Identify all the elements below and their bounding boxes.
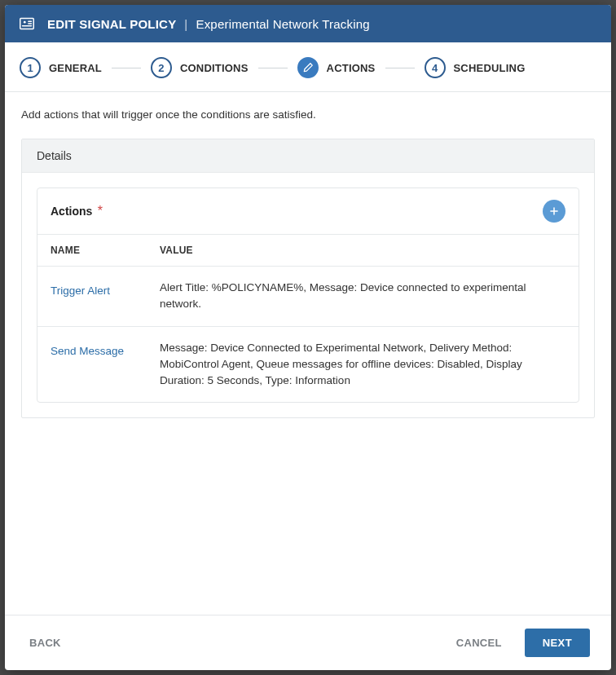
details-section: Details Actions * xyxy=(21,139,595,418)
signal-policy-icon xyxy=(18,15,36,33)
actions-card: Actions * NAME VALUE xyxy=(37,188,579,403)
required-asterisk: * xyxy=(98,204,103,218)
actions-row: Trigger Alert Alert Title: %POLICYNAME%,… xyxy=(37,266,579,326)
step-connector xyxy=(258,68,288,68)
modal-header: EDIT SIGNAL POLICY | Experimental Networ… xyxy=(5,5,611,42)
title-divider: | xyxy=(184,17,187,31)
step-label: CONDITIONS xyxy=(180,62,249,74)
next-button[interactable]: NEXT xyxy=(525,629,590,657)
details-body: Actions * NAME VALUE xyxy=(22,173,594,417)
instruction-text: Add actions that will trigger once the c… xyxy=(21,108,595,121)
action-value: Message: Device Connected to Experimenta… xyxy=(160,327,579,403)
actions-label: Actions xyxy=(51,205,92,218)
col-header-value: VALUE xyxy=(160,235,579,266)
edit-signal-policy-modal: EDIT SIGNAL POLICY | Experimental Networ… xyxy=(5,5,611,670)
step-general[interactable]: 1 GENERAL xyxy=(20,57,102,78)
action-link-send-message[interactable]: Send Message xyxy=(51,345,124,357)
step-label: SCHEDULING xyxy=(454,62,526,74)
modal-body: Add actions that will trigger once the c… xyxy=(5,92,611,615)
col-header-name: NAME xyxy=(37,235,160,266)
step-label: GENERAL xyxy=(49,62,102,74)
modal-title: EDIT SIGNAL POLICY xyxy=(47,17,176,31)
action-link-trigger-alert[interactable]: Trigger Alert xyxy=(51,285,110,297)
step-scheduling[interactable]: 4 SCHEDULING xyxy=(425,57,526,78)
action-value: Alert Title: %POLICYNAME%, Message: Devi… xyxy=(160,267,579,326)
back-button[interactable]: BACK xyxy=(26,630,64,655)
edit-icon xyxy=(297,57,319,78)
step-connector xyxy=(112,68,141,68)
details-header: Details xyxy=(22,139,594,173)
step-actions[interactable]: ACTIONS xyxy=(297,57,376,78)
step-connector xyxy=(385,68,415,68)
step-conditions[interactable]: 2 CONDITIONS xyxy=(151,57,249,78)
add-action-button[interactable] xyxy=(543,200,565,223)
step-number: 4 xyxy=(425,57,446,78)
step-number: 2 xyxy=(151,57,172,78)
modal-footer: BACK CANCEL NEXT xyxy=(5,615,611,670)
stepper: 1 GENERAL 2 CONDITIONS ACTIONS 4 SCHEDUL… xyxy=(5,42,611,92)
svg-point-1 xyxy=(24,21,26,24)
actions-row: Send Message Message: Device Connected t… xyxy=(37,326,579,403)
step-number: 1 xyxy=(20,57,41,78)
plus-icon xyxy=(548,205,560,217)
actions-table-header: NAME VALUE xyxy=(37,234,579,266)
actions-header: Actions * xyxy=(37,188,579,234)
step-label: ACTIONS xyxy=(327,62,376,74)
cancel-button[interactable]: CANCEL xyxy=(453,630,505,655)
modal-subtitle: Experimental Network Tracking xyxy=(196,17,369,31)
